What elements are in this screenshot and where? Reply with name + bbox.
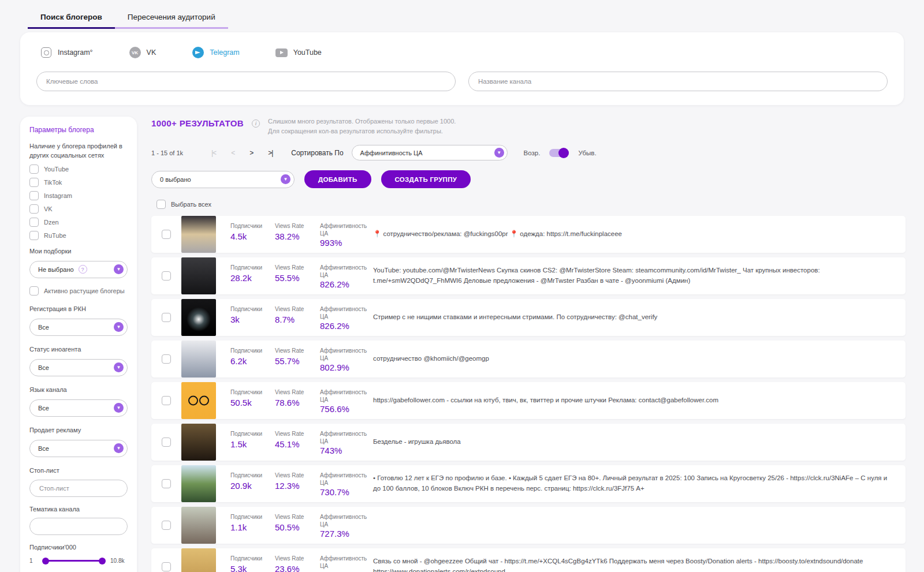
views-rate-label: Views Rate xyxy=(275,305,320,313)
affinity-value: 993% xyxy=(320,238,373,248)
row-stats: Подписчики50.5kViews Rate78.6%Аффинитивн… xyxy=(216,382,373,419)
pagination-first-button[interactable]: |< xyxy=(206,148,222,158)
profile-checkbox-dzen[interactable] xyxy=(29,218,39,227)
pagination-last-button[interactable]: >| xyxy=(262,148,278,158)
tab-blogger-search[interactable]: Поиск блогеров xyxy=(28,8,115,29)
channel-avatar xyxy=(181,257,216,294)
row-checkbox-cell xyxy=(151,465,181,502)
results-list: Подписчики4.5kViews Rate38.2%Аффинитивно… xyxy=(151,216,906,572)
info-icon: i xyxy=(252,119,260,128)
slider-max-value: 10.8k xyxy=(110,558,128,564)
sort-label: Сортировать По xyxy=(291,149,343,157)
affinity-value: 727.3% xyxy=(320,529,373,539)
profile-checkbox-label: RuTube xyxy=(44,232,66,239)
slider-handle-max[interactable] xyxy=(99,558,106,564)
channel-description: https://gabefollower.com - ссылки на юту… xyxy=(373,391,906,410)
filter-value: Все xyxy=(38,405,114,412)
row-checkbox-cell xyxy=(151,382,181,419)
pagination-next-button[interactable]: > xyxy=(244,148,259,158)
collections-value: Не выбрано xyxy=(38,266,74,273)
views-rate-stat: Views Rate78.6% xyxy=(275,382,320,419)
filter-select[interactable]: Все▼ xyxy=(29,319,128,336)
chevron-down-icon: ▼ xyxy=(114,322,124,332)
profile-checkbox-rutube[interactable] xyxy=(29,231,39,240)
channel-avatar xyxy=(181,424,216,461)
channel-description: YouTube: youtube.com/@MrTwisterNews Скуп… xyxy=(373,261,906,291)
profiles-label: Наличие у блогера профилей в других соци… xyxy=(29,142,128,160)
affinity-stat: Аффинитивность ЦА826.2% xyxy=(320,299,373,336)
views-rate-value: 12.3% xyxy=(275,481,320,491)
filter-select[interactable]: Все▼ xyxy=(29,359,128,376)
subscribers-stat: Подписчики5.3k xyxy=(230,548,275,572)
sidebar-title: Параметры блогера xyxy=(29,126,128,134)
row-checkbox[interactable] xyxy=(162,562,171,571)
affinity-label: Аффинитивность ЦА xyxy=(320,555,373,570)
views-rate-label: Views Rate xyxy=(275,513,320,521)
profile-checkbox-row: VK xyxy=(29,204,128,214)
affinity-stat: Аффинитивность ЦА993% xyxy=(320,216,373,253)
selected-channels-select[interactable]: 0 выбрано ▼ xyxy=(151,171,295,188)
result-row: Подписчики1.5kViews Rate45.1%Аффинитивно… xyxy=(151,424,906,461)
subscribers-value: 5.3k xyxy=(230,564,275,572)
sort-direction-toggle[interactable] xyxy=(549,149,569,157)
affinity-value: 743% xyxy=(320,446,373,455)
stoplist-input[interactable] xyxy=(29,480,128,497)
growing-bloggers-checkbox[interactable] xyxy=(29,286,39,296)
subscribers-stat: Подписчики1.5k xyxy=(230,424,275,461)
search-card: Instagram°VKVKTelegramYouTube xyxy=(20,32,904,105)
row-checkbox[interactable] xyxy=(162,354,171,364)
keywords-input[interactable] xyxy=(36,72,456,91)
affinity-label: Аффинитивность ЦА xyxy=(320,264,373,279)
profile-checkbox-row: Instagram xyxy=(29,191,128,200)
row-checkbox-cell xyxy=(151,299,181,336)
sort-select[interactable]: Аффинитивность ЦА ▼ xyxy=(352,145,508,160)
collections-label: Мои подборки xyxy=(29,247,128,256)
row-checkbox[interactable] xyxy=(162,396,171,405)
row-checkbox[interactable] xyxy=(162,479,171,488)
network-tab-youtube[interactable]: YouTube xyxy=(275,46,322,59)
profile-checkbox-instagram[interactable] xyxy=(29,191,39,200)
row-checkbox[interactable] xyxy=(162,271,171,281)
network-tab-instagram[interactable]: Instagram° xyxy=(40,46,93,59)
slider-track[interactable] xyxy=(46,560,102,562)
profile-checkbox-youtube[interactable] xyxy=(29,165,39,174)
row-checkbox[interactable] xyxy=(162,313,171,322)
channel-theme-input[interactable] xyxy=(29,518,128,535)
network-tab-vk[interactable]: VKVK xyxy=(129,46,157,59)
profile-checkbox-tiktok[interactable] xyxy=(29,178,39,187)
slider-handle-min[interactable] xyxy=(42,558,49,564)
tab-audience-overlap[interactable]: Пересечения аудиторий xyxy=(115,8,228,29)
channel-name-input[interactable] xyxy=(468,72,888,91)
row-checkbox[interactable] xyxy=(162,230,171,239)
channel-description: 📍 сотрудничество/реклама: @fuckings00pr … xyxy=(373,225,906,244)
help-icon[interactable]: ? xyxy=(79,265,87,274)
result-row: Подписчики28.2kViews Rate55.5%Аффинитивн… xyxy=(151,257,906,294)
filter-select[interactable]: Все▼ xyxy=(29,399,128,417)
subscribers-label: Подписчики xyxy=(230,264,275,271)
profile-checkbox-label: Dzen xyxy=(44,219,59,226)
result-row: Подписчики50.5kViews Rate78.6%Аффинитивн… xyxy=(151,382,906,419)
row-checkbox-cell xyxy=(151,424,181,461)
descending-label: Убыв. xyxy=(578,149,596,156)
affinity-stat: Аффинитивность ЦА802.9% xyxy=(320,341,373,377)
profile-checkbox-vk[interactable] xyxy=(29,204,39,214)
subscribers-label: Подписчики xyxy=(230,347,275,354)
row-checkbox[interactable] xyxy=(162,438,171,447)
affinity-value: 826.2% xyxy=(320,279,373,289)
channel-description: сотрудничество @khomiich/@geomgp xyxy=(373,349,906,369)
filter-select[interactable]: Все▼ xyxy=(29,440,128,457)
collections-select[interactable]: Не выбрано ? ▼ xyxy=(29,261,128,278)
views-rate-label: Views Rate xyxy=(275,555,320,562)
result-row: Подписчики6.2kViews Rate55.7%Аффинитивно… xyxy=(151,341,906,377)
row-checkbox[interactable] xyxy=(162,521,171,530)
network-tab-label: Telegram xyxy=(210,48,239,57)
create-group-button[interactable]: СОЗДАТЬ ГРУППУ xyxy=(381,170,471,188)
pagination-prev-button[interactable]: < xyxy=(225,148,240,158)
network-tab-label: VK xyxy=(147,48,157,57)
add-button[interactable]: ДОБАВИТЬ xyxy=(304,170,371,188)
select-all-checkbox[interactable] xyxy=(157,200,166,209)
views-rate-stat: Views Rate50.5% xyxy=(275,507,320,544)
network-tab-telegram[interactable]: Telegram xyxy=(192,46,239,59)
telegram-icon xyxy=(192,46,204,59)
network-tab-label: Instagram° xyxy=(58,48,93,57)
